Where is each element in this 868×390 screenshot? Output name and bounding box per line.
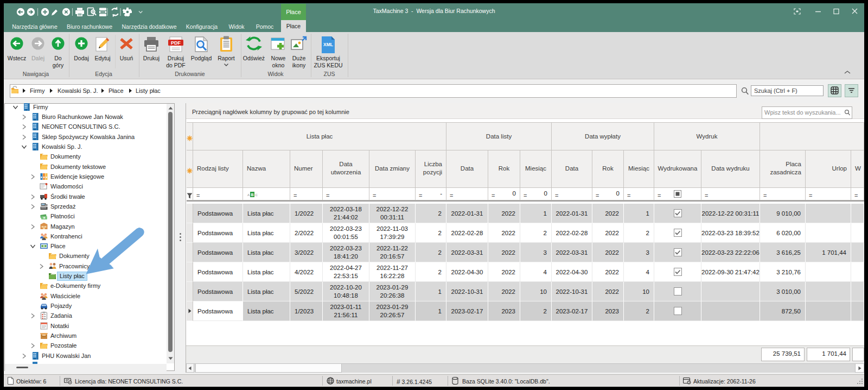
svg-text:PDF: PDF <box>171 40 181 46</box>
svg-text:XML: XML <box>323 42 333 47</box>
svg-text:A: A <box>247 193 250 197</box>
svg-text:B: B <box>251 193 253 197</box>
svg-text:C: C <box>256 193 258 197</box>
